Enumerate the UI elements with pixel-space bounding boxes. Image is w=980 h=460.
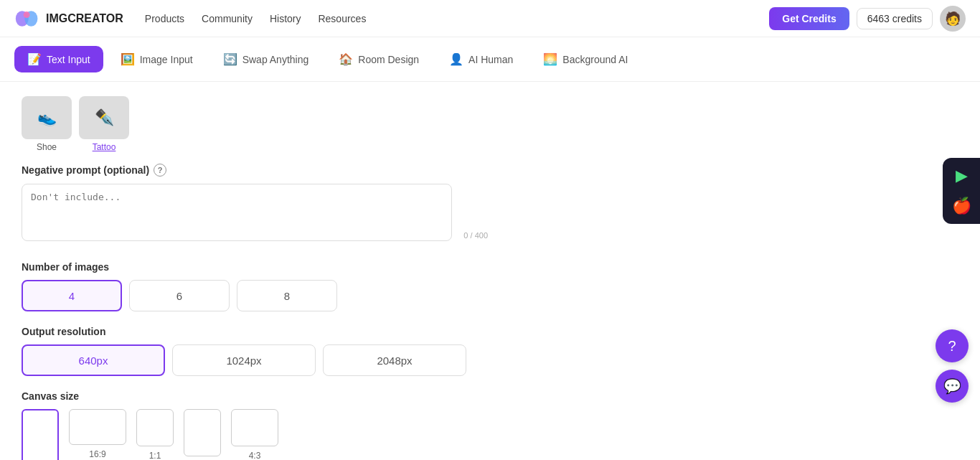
logo-icon	[14, 6, 40, 32]
res-1024[interactable]: 1024px	[172, 344, 316, 376]
thumb-tattoo[interactable]: ✒️ Tattoo	[79, 96, 129, 152]
canvas-opt-9-16[interactable]: 9:16	[22, 409, 59, 460]
float-buttons: ? 💬	[936, 329, 969, 403]
thumb-shoe[interactable]: 👟 Shoe	[22, 96, 72, 152]
thumbnail-row: 👟 Shoe ✒️ Tattoo	[22, 96, 495, 152]
get-credits-button[interactable]: Get Credits	[769, 7, 849, 30]
tab-background-ai[interactable]: 🌅 Background AI	[530, 46, 641, 72]
image-input-icon: 🖼️	[121, 52, 135, 66]
nav-right: Get Credits 6463 credits 🧑	[769, 6, 966, 32]
negative-prompt-label: Negative prompt (optional) ?	[22, 164, 495, 177]
ai-human-icon: 👤	[449, 52, 463, 66]
room-icon: 🏠	[339, 52, 353, 66]
canvas-opt-1-1[interactable]: 1:1	[136, 409, 174, 460]
canvas-box-0	[22, 409, 59, 460]
output-resolution-label: Output resolution	[22, 326, 495, 337]
canvas-box-1	[69, 409, 126, 445]
logo-text: IMGCREATOR	[46, 12, 123, 25]
canvas-box-3	[184, 409, 221, 456]
canvas-size-label: Canvas size	[22, 390, 495, 402]
num-images-6[interactable]: 6	[129, 280, 230, 311]
side-panel: ▶ 🍎	[943, 158, 980, 224]
num-images-options: 4 6 8	[22, 280, 495, 311]
thumb-shoe-image: 👟	[22, 96, 72, 139]
res-2048[interactable]: 2048px	[323, 344, 466, 376]
tabs-row: 📝 Text Input 🖼️ Image Input 🔄 Swap Anyth…	[0, 37, 980, 82]
canvas-label-1: 16:9	[89, 449, 105, 459]
svg-point-2	[24, 11, 30, 18]
background-ai-icon: 🌅	[543, 52, 557, 66]
canvas-label-2: 1:1	[149, 451, 161, 460]
output-resolution-options: 640px 1024px 2048px	[22, 344, 495, 376]
negative-prompt-input[interactable]	[22, 184, 452, 241]
num-images-4[interactable]: 4	[22, 280, 122, 311]
canvas-opt-4-3[interactable]: 4:3	[231, 409, 278, 460]
canvas-label-4: 4:3	[249, 451, 261, 460]
main-content: 👟 Shoe ✒️ Tattoo Negative prompt (option…	[0, 82, 517, 460]
tab-image-input[interactable]: 🖼️ Image Input	[108, 46, 206, 72]
tab-text-input[interactable]: 📝 Text Input	[14, 46, 103, 72]
negative-prompt-wrapper: 0 / 400	[22, 184, 495, 244]
nav-resources[interactable]: Resources	[318, 13, 366, 24]
credits-badge: 6463 credits	[857, 8, 933, 29]
canvas-opt-16-9[interactable]: 16:9	[69, 409, 126, 460]
google-play-icon[interactable]: ▶	[956, 166, 968, 185]
tab-ai-human[interactable]: 👤 AI Human	[436, 46, 526, 72]
res-640[interactable]: 640px	[22, 344, 165, 376]
nav-products[interactable]: Products	[145, 13, 184, 24]
tab-room-design[interactable]: 🏠 Room Design	[326, 46, 432, 72]
tab-swap-anything[interactable]: 🔄 Swap Anything	[210, 46, 322, 72]
avatar: 🧑	[940, 6, 966, 32]
canvas-size-options: 9:1616:91:13:44:3	[22, 409, 495, 460]
swap-icon: 🔄	[223, 52, 237, 66]
navbar: IMGCREATOR Products Community History Re…	[0, 0, 980, 37]
nav-history[interactable]: History	[270, 13, 301, 24]
chat-float-button[interactable]: 💬	[936, 370, 969, 403]
nav-community[interactable]: Community	[202, 13, 253, 24]
char-count: 0 / 400	[463, 231, 488, 240]
nav-links: Products Community History Resources	[145, 13, 769, 24]
negative-prompt-help-icon[interactable]: ?	[154, 164, 166, 177]
num-images-label: Number of images	[22, 261, 495, 273]
canvas-opt-3-4[interactable]: 3:4	[184, 409, 221, 460]
canvas-box-4	[231, 409, 278, 446]
help-float-button[interactable]: ?	[936, 329, 969, 362]
apple-icon[interactable]: 🍎	[952, 197, 971, 215]
num-images-8[interactable]: 8	[237, 280, 337, 311]
text-input-icon: 📝	[27, 52, 42, 66]
thumb-tattoo-image: ✒️	[79, 96, 129, 139]
logo-area: IMGCREATOR	[14, 6, 123, 32]
canvas-box-2	[136, 409, 174, 446]
